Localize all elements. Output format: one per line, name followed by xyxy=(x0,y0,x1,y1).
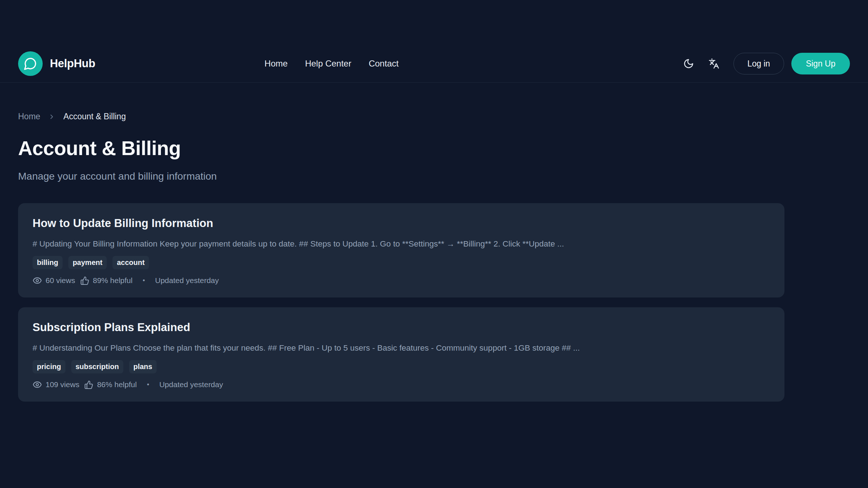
article-excerpt: # Understanding Our Plans Choose the pla… xyxy=(33,343,770,353)
nav-link-home[interactable]: Home xyxy=(264,59,288,69)
page-title: Account & Billing xyxy=(18,137,784,160)
breadcrumb-current: Account & Billing xyxy=(63,112,126,121)
article-title[interactable]: Subscription Plans Explained xyxy=(33,321,770,334)
language-switcher[interactable] xyxy=(704,53,724,74)
brand-logo[interactable]: HelpHub xyxy=(18,51,95,76)
updated-text: Updated yesterday xyxy=(159,380,223,389)
tag-chip[interactable]: billing xyxy=(33,256,63,269)
header-row: HelpHub Home Help Center Contact xyxy=(18,45,850,82)
main-content: Home Account & Billing Account & Billing… xyxy=(18,112,784,402)
views-stat: 109 views xyxy=(33,380,79,389)
meta-separator: • xyxy=(147,381,149,389)
article-title[interactable]: How to Update Billing Information xyxy=(33,217,770,230)
helpful-percent: 89% helpful xyxy=(93,276,133,285)
updated-text: Updated yesterday xyxy=(155,276,219,285)
moon-icon xyxy=(683,58,694,69)
tag-chip[interactable]: plans xyxy=(129,360,157,373)
article-meta: 109 views 86% helpful • Updated yesterda… xyxy=(33,380,770,389)
breadcrumb: Home Account & Billing xyxy=(18,112,784,121)
signup-button[interactable]: Sign Up xyxy=(791,53,850,74)
article-list: How to Update Billing Information # Upda… xyxy=(18,203,784,402)
views-count: 60 views xyxy=(46,276,75,285)
views-count: 109 views xyxy=(46,380,79,389)
brand-badge xyxy=(18,51,43,76)
breadcrumb-home-link[interactable]: Home xyxy=(18,112,40,121)
helpful-stat: 89% helpful xyxy=(80,276,133,285)
tag-chip[interactable]: subscription xyxy=(71,360,123,373)
thumbs-up-icon xyxy=(80,276,89,285)
message-circle-icon xyxy=(24,57,37,70)
meta-separator: • xyxy=(142,277,145,284)
chevron-right-icon xyxy=(48,113,55,120)
login-button[interactable]: Log in xyxy=(733,53,784,74)
article-tags: billing payment account xyxy=(33,256,770,269)
primary-nav: Home Help Center Contact xyxy=(264,59,399,69)
languages-icon xyxy=(709,58,719,69)
eye-icon xyxy=(33,380,42,389)
article-excerpt: # Updating Your Billing Information Keep… xyxy=(33,239,770,249)
tag-chip[interactable]: payment xyxy=(68,256,107,269)
dark-mode-toggle[interactable] xyxy=(678,53,699,74)
article-card[interactable]: How to Update Billing Information # Upda… xyxy=(18,203,784,297)
nav-link-help-center[interactable]: Help Center xyxy=(305,59,351,69)
article-tags: pricing subscription plans xyxy=(33,360,770,373)
tag-chip[interactable]: pricing xyxy=(33,360,65,373)
brand-name: HelpHub xyxy=(50,57,95,70)
helpful-stat: 86% helpful xyxy=(84,380,137,389)
eye-icon xyxy=(33,276,42,285)
article-meta: 60 views 89% helpful • Updated yesterday xyxy=(33,276,770,285)
article-card[interactable]: Subscription Plans Explained # Understan… xyxy=(18,307,784,402)
helpful-percent: 86% helpful xyxy=(97,380,137,389)
header-actions: Log in Sign Up xyxy=(678,53,850,74)
views-stat: 60 views xyxy=(33,276,75,285)
site-header: HelpHub Home Help Center Contact xyxy=(0,0,868,83)
nav-link-contact[interactable]: Contact xyxy=(369,59,399,69)
page-subtitle: Manage your account and billing informat… xyxy=(18,171,784,182)
tag-chip[interactable]: account xyxy=(112,256,149,269)
thumbs-up-icon xyxy=(84,380,93,389)
